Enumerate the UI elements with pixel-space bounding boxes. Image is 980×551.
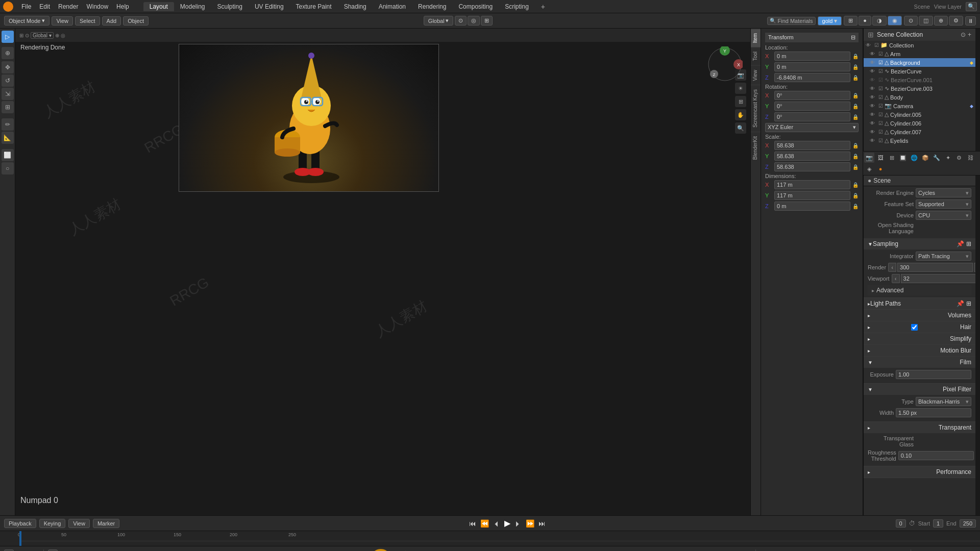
material-search[interactable]: 🔍 Find Materials <box>767 17 815 25</box>
dim-lock-z[interactable]: 🔒 <box>852 204 859 209</box>
filter-width-input[interactable] <box>896 408 971 417</box>
tool-annotate[interactable]: ✏ <box>2 118 14 131</box>
sampling-pin-icon[interactable]: 📌 <box>957 240 964 247</box>
transform-btn[interactable]: ⊞ <box>481 16 493 26</box>
dimension-y-input[interactable] <box>774 191 850 200</box>
rot-lock-z-icon[interactable]: 🔒 <box>852 114 859 120</box>
transparent-header[interactable]: ▸ Transparent <box>864 422 975 433</box>
roughness-threshold-input[interactable] <box>898 451 974 460</box>
menu-render[interactable]: Render <box>54 2 82 11</box>
sampling-copy-icon[interactable]: ⊞ <box>966 240 971 247</box>
scale-x-input[interactable] <box>774 141 850 150</box>
view-menu[interactable]: View <box>52 16 73 26</box>
jump-end-btn[interactable]: ⏭ <box>537 519 547 528</box>
lock-z-icon[interactable]: 🔒 <box>852 75 859 81</box>
scale-lock-x[interactable]: 🔒 <box>852 143 859 148</box>
background-item[interactable]: 👁 ☑ △ Background ◆ <box>864 58 975 67</box>
rotation-x-input[interactable] <box>774 91 850 100</box>
filter-type-dropdown[interactable]: Blackman-Harris <box>916 397 971 406</box>
dimension-x-input[interactable] <box>774 180 850 189</box>
navigation-gizmo[interactable]: Y X Z <box>707 46 743 84</box>
tab-layout[interactable]: Layout <box>143 2 174 11</box>
beziercurve001-item[interactable]: 👁 ☑ ∿ BezierCurve.001 <box>864 76 975 84</box>
rotation-z-input[interactable] <box>774 112 850 121</box>
tool-add-circle[interactable]: ○ <box>2 162 14 174</box>
render-options-btn[interactable]: ⚙ <box>949 16 963 26</box>
marker-menu[interactable]: Marker <box>93 519 119 528</box>
tool-cursor[interactable]: ⊕ <box>2 47 14 59</box>
tab-rendering[interactable]: Rendering <box>412 2 452 11</box>
proportional-btn[interactable]: ◎ <box>468 16 480 26</box>
play-btn[interactable]: ▶ <box>503 518 511 528</box>
side-tab-view[interactable]: View <box>751 65 761 85</box>
feature-set-dropdown[interactable]: Supported <box>916 199 971 209</box>
side-tab-item[interactable]: Item <box>751 29 761 47</box>
playback-menu[interactable]: Playback <box>4 519 36 528</box>
view-layer-prop-icon[interactable]: ⊞ <box>887 153 897 163</box>
physics-prop-icon[interactable]: ⚙ <box>954 153 964 163</box>
side-tab-blenderkit[interactable]: BlenderKit <box>751 132 761 164</box>
light-viewport-icon[interactable]: ☀ <box>735 83 746 94</box>
render-prop-icon[interactable]: 📷 <box>864 153 874 163</box>
cylinder005-item[interactable]: 👁 ☑ △ Cylinder.005 <box>864 110 975 119</box>
render-engine-dropdown[interactable]: Cycles <box>916 188 971 197</box>
viewport-samples-decrease[interactable]: ‹ <box>892 274 900 283</box>
location-x-input[interactable] <box>774 52 850 61</box>
dim-lock-x[interactable]: 🔒 <box>852 182 859 188</box>
tool-transform[interactable]: ⊞ <box>2 101 14 113</box>
render-samples-decrease[interactable]: ‹ <box>888 263 896 272</box>
scale-z-input[interactable] <box>774 162 850 171</box>
light-paths-pin-icon[interactable]: 📌 <box>957 300 964 307</box>
performance-header[interactable]: ▸ Performance <box>864 466 975 478</box>
material-name-input[interactable]: gold ▾ <box>818 16 842 26</box>
tool-select[interactable]: ▷ <box>2 31 14 43</box>
pixel-filter-header[interactable]: ▼ Pixel Filter <box>864 384 975 395</box>
location-z-input[interactable] <box>774 73 850 82</box>
tab-compositing[interactable]: Compositing <box>452 2 499 11</box>
world-prop-icon[interactable]: 🌐 <box>909 153 919 163</box>
jump-start-btn[interactable]: ⏮ <box>468 519 477 528</box>
gizmo-btn[interactable]: ⊕ <box>934 16 948 26</box>
material-prop-icon[interactable]: ● <box>875 164 886 174</box>
viewport-samples-input[interactable] <box>901 274 975 283</box>
location-y-input[interactable] <box>774 62 850 71</box>
beziercurve-item[interactable]: 👁 ☑ ∿ BezierCurve <box>864 67 975 76</box>
dim-lock-y[interactable]: 🔒 <box>852 193 859 198</box>
tab-uv-editing[interactable]: UV Editing <box>249 2 290 11</box>
hair-checkbox[interactable] <box>911 324 918 331</box>
tab-shading[interactable]: Shading <box>338 2 373 11</box>
frame-viewport-icon[interactable]: ⊞ <box>735 96 746 107</box>
tab-scripting[interactable]: Scripting <box>499 2 535 11</box>
step-back-btn[interactable]: ⏪ <box>479 519 490 528</box>
frame-marker-box[interactable] <box>19 531 21 546</box>
cylinder006-item[interactable]: 👁 ☑ △ Cylinder.006 <box>864 119 975 128</box>
tool-move[interactable]: ✥ <box>2 61 14 73</box>
object-mode-dropdown[interactable]: Object Mode ▾ <box>4 16 50 26</box>
view-menu-timeline[interactable]: View <box>68 519 90 528</box>
rotation-mode-dropdown[interactable]: XYZ Euler ▾ <box>765 123 859 132</box>
tool-rotate[interactable]: ↺ <box>2 74 14 87</box>
scale-lock-y[interactable]: 🔒 <box>852 154 859 159</box>
eyelids-item[interactable]: 👁 ☑ △ Eyelids <box>864 136 975 145</box>
rot-lock-y-icon[interactable]: 🔒 <box>852 104 859 109</box>
arm-item[interactable]: 👁 ☑ △ Arm <box>864 49 975 58</box>
volumes-header[interactable]: ▸ Volumes <box>864 310 975 321</box>
beziercurve003-item[interactable]: 👁 ☑ ∿ BezierCurve.003 <box>864 84 975 93</box>
global-dropdown[interactable]: Global ▾ <box>424 16 453 26</box>
current-frame-display[interactable]: 0 <box>896 519 906 528</box>
camera-item[interactable]: 👁 ☑ 📷 Camera ◆ <box>864 102 975 110</box>
start-frame-input[interactable]: 1 <box>933 519 943 528</box>
object-menu[interactable]: Object <box>123 16 149 26</box>
tool-measure[interactable]: 📐 <box>2 132 14 144</box>
timeline-track[interactable]: 0 50 100 150 200 250 <box>0 531 980 546</box>
maximize-btn[interactable]: ⏸ <box>965 16 976 26</box>
rot-lock-x-icon[interactable]: 🔒 <box>852 93 859 98</box>
xray-btn[interactable]: ◫ <box>919 16 933 26</box>
hair-header[interactable]: ▸ Hair <box>864 321 975 333</box>
render-samples-increase[interactable]: › <box>974 263 975 272</box>
device-dropdown[interactable]: CPU <box>916 211 971 220</box>
overlay-btn[interactable]: ⊙ <box>904 16 918 26</box>
rendered-btn[interactable]: ◉ <box>888 16 902 26</box>
3d-viewport[interactable]: ⊞ ⊙ Global ▾ ⊕ ◎ Rendering Done 人人素材 RRC… <box>15 29 750 515</box>
side-tab-tool[interactable]: Tool <box>751 47 761 65</box>
